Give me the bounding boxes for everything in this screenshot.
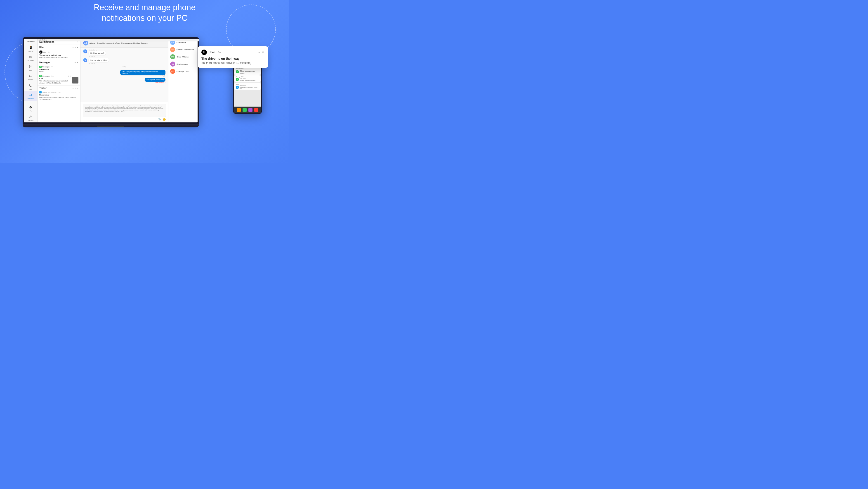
twitter-group-header: Twitter ··· ∨ ✕ [37,86,80,90]
msg-2-bubble: See you today in office. [89,58,109,62]
notif-group-uber: Uber ··· ∨ ✕ U Uber [37,45,80,60]
sidebar-item-calls[interactable]: Calls [24,82,37,91]
phone-dock-3 [248,108,252,112]
phone-notif-1-content: K Karl This offer allows users to get a … [236,69,259,74]
messages-app-name-2: Messages [42,75,50,77]
contacts-sidebar: CK Chase klark CP Chandra Pushkaraina CW… [168,39,197,122]
sidebar-item-gallery[interactable]: Gallery [24,63,37,72]
laptop-screen: Intel Unison 📱 iPhone XR File transfer [23,37,199,124]
sidebar-item-downloads[interactable]: Downloads [24,113,37,122]
karl-expand-icon[interactable]: ∨ [68,75,69,77]
msg-4: Looks good - on my way Failed. Try again… [83,78,165,83]
sidebar-item-file-transfer[interactable]: File transfer [24,53,37,63]
chat-input[interactable]: Lorem ipsum is simply dummy text of the … [83,104,166,117]
twitter-group-name: Twitter [39,87,46,89]
sidebar-label-messages: Messages [28,79,33,80]
msg-1-time: Sat 5:19 AM [89,55,106,57]
laptop-base [23,124,199,127]
sidebar-label-downloads: Downloads [28,120,33,121]
twitter-more-icon[interactable]: ··· [72,87,74,89]
contact-chloe-williams[interactable]: CW Chloe Williams [168,53,197,60]
phone-notif-anna: Messages 1:20 A Anna Lusti Now offer not… [235,75,260,82]
twitter-notif-item: 🐦 Twitter · @motivat8601 · 2m Nommathis … [37,90,80,102]
uber-notif-item: U Uber · 1m The driver is on their way K… [37,50,80,60]
uber-more-icon[interactable]: ··· [72,47,74,49]
chat-participants: Albena , Chase Klark, Alexandra Aron, Ch… [90,42,148,44]
svg-point-2 [30,66,30,66]
uber-notif-header: U Uber · 1m [39,51,79,54]
contact-name-chandra: Chandra Pushkaraina [177,49,194,51]
phone-notif-app-2: Messages 1:20 [236,76,259,78]
messages-more-icon[interactable]: ··· [72,62,74,64]
msg-3-content: I will need your help today with present… [120,70,165,77]
karl-notif-item: ✉ Messages · 30m ∨ ✕ Karl This offer all… [37,74,80,85]
msg-3-status: Sending ◯ [120,75,165,77]
phone-notif-1-text: Karl This offer allows users to get a di… [240,69,259,74]
toast-more-icon[interactable]: ··· [257,51,260,54]
notifications-icon [28,92,33,97]
contact-avatar-chloe: CW [170,54,175,59]
hero-title: Receive and manage phone notifications o… [0,2,289,24]
emoji-icon[interactable]: 😊 [163,118,166,121]
messages-expand-icon[interactable]: ∨ [74,62,76,64]
karl-close-icon[interactable]: ✕ [70,75,71,77]
phone-notif-1-avatar: K [236,70,239,73]
phone-notif-2-text: Anna Lusti Now offer notification here t… [240,78,256,81]
chat-area: AG Albena , Chase Klark, Alexandra Aron,… [81,39,168,122]
sidebar-label-iphone: iPhone XR [28,51,33,52]
uber-expand-icon[interactable]: ∨ [74,47,76,49]
contact-name-chloe: Chloe Williams [177,56,188,58]
sidebar-item-settings[interactable]: ⚙ Settings [24,104,37,113]
toast-actions: ··· ✕ [257,51,264,54]
twitter-notif-time: · 2m [58,92,61,93]
phone-notif-3-content: N Nommathis Bored Ape Yacht Club liked a… [236,85,259,89]
toast-title: The driver is on their way [202,57,264,60]
app-container: Intel Unison 📱 iPhone XR File transfer [24,39,197,122]
phone-notif-karl: Messages 1:10 K Karl This offer allows u… [235,67,260,75]
app-title: Intel Unison [27,40,34,42]
messages-group-name: Messages [39,61,50,64]
contact-avatar-charlee: CJ [170,62,175,66]
messages-close-icon[interactable]: ✕ [76,62,79,64]
settings-icon: ⚙ [28,105,33,110]
contact-chandra-pushkaraina[interactable]: CP Chandra Pushkaraina [168,46,197,53]
msg-3: I will need your help today with present… [83,70,165,77]
toast-close-icon[interactable]: ✕ [262,51,264,54]
twitter-handle: · @motivat8601 [48,92,57,93]
twitter-expand-icon[interactable]: ∨ [74,87,76,89]
app-sidebar: Intel Unison 📱 iPhone XR File transfer [24,39,37,122]
messages-app-icon-1: ✉ [39,66,41,68]
chat-messages[interactable]: A Sender Name Hey! How are you? Sat 5:19… [81,48,168,102]
contact-name-chase: Chase klark [177,41,186,44]
uber-notif-title: The driver is on their way [39,54,79,56]
messages-group-actions: ··· ∨ ✕ [72,62,79,64]
messages-app-icon-2: ✉ [39,75,41,77]
contact-charlee-jones[interactable]: CJ Charlee Jones [168,60,197,68]
phone-notif-3-avatar: N [236,86,239,89]
attachment-icon[interactable]: 📎 [158,118,161,121]
msg-3-bubble: I will need your help today with present… [120,70,165,75]
contact-charleigh-davis[interactable]: CD Charleigh Davis [168,68,197,75]
twitter-close-icon[interactable]: ✕ [76,87,79,89]
phone-notif-twitter: Twitter N Nommathis Bored Ape Yacht Club… [235,83,260,90]
phone-notif-app-1: Messages 1:10 [236,68,259,69]
uber-close-icon[interactable]: ✕ [76,47,79,49]
phone-notif-2-body: Now offer notification here too... [240,80,256,81]
sidebar-item-notifications[interactable]: Notifications [24,91,37,101]
downloads-icon [28,114,33,119]
msg-4-status: Failed. Try again ◯ [145,82,165,83]
karl-notif-content: ✉ Messages · 30m ∨ ✕ Karl This offer all… [39,75,71,84]
notif-group-twitter: Twitter ··· ∨ ✕ 🐦 Twitter [37,86,80,102]
toast-app-info: U Uber · 1m [202,50,221,55]
msg-1-bubble: Hey! How are you? [89,51,106,55]
notifications-scroll[interactable]: Uber ··· ∨ ✕ U Uber [37,45,80,122]
toast-notification: U Uber · 1m ··· ✕ The driver is on their… [198,47,268,68]
phone-notifications: Messages 1:10 K Karl This offer allows u… [234,66,261,107]
toast-time: · 1m [217,51,221,54]
karl-notif-sender: Karl [39,78,71,80]
sidebar-item-messages[interactable]: Messages [24,72,37,82]
iphone-icon: 📱 [28,45,33,50]
notif-group-messages: Messages ··· ∨ ✕ ✉ [37,60,80,86]
toast-header: U Uber · 1m ··· ✕ [202,50,264,55]
sidebar-item-iphone[interactable]: 📱 iPhone XR [24,44,37,53]
